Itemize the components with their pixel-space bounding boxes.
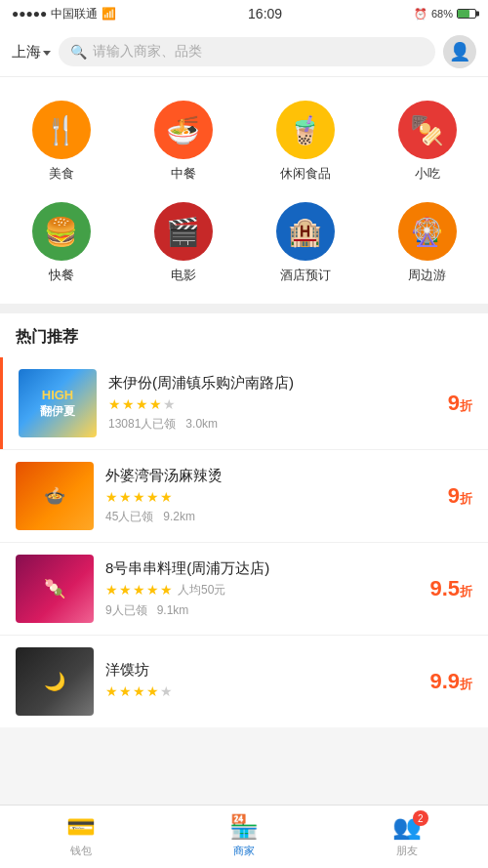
restaurant-thumb-1: HIGH 翻伊夏 [19,369,97,437]
avatar[interactable]: 👤 [443,35,476,68]
nav-merchant-label: 商家 [233,844,255,858]
stars-4: ★ ★ ★ ★ ★ [105,683,422,699]
restaurant-meta-2: 45人已领 9.2km [105,509,440,525]
search-bar[interactable]: 🔍 请输入商家、品类 [59,37,435,66]
nav-friends-label: 朋友 [396,844,418,858]
restaurant-icon-2: 🍲 [44,485,65,507]
restaurant-list: HIGH 翻伊夏 来伊份(周浦镇乐购沪南路店) ★ ★ ★ ★ ★ 13081人… [0,357,488,727]
alarm-icon: ⏰ [414,8,427,21]
zhoubiaoyou-icon: 🎡 [410,216,444,248]
discount-badge-3: 9.5折 [429,576,472,601]
jiudian-icon-circle: 🏨 [276,202,335,261]
star: ★ [146,582,159,599]
merchant-icon: 🏪 [229,813,259,841]
thumb-img-3: 🍡 [16,555,94,623]
dianying-icon: 🎬 [166,216,200,248]
kuaican-icon-circle: 🍔 [32,202,91,261]
bottom-nav: 💳 钱包 🏪 商家 👥 2 朋友 [0,805,488,868]
category-xiuxian[interactable]: 🧋 休闲食品 [244,93,366,194]
zhoubiaoyou-label: 周边游 [408,267,446,284]
restaurant-name-2: 外婆湾骨汤麻辣烫 [105,467,440,485]
restaurant-icon-3: 🍡 [44,578,65,599]
jiudian-icon: 🏨 [288,216,322,248]
thumb-img-1: HIGH 翻伊夏 [19,369,97,437]
star-empty: ★ [160,683,173,699]
zhongcan-label: 中餐 [171,165,196,183]
star: ★ [105,582,118,599]
category-jiudian[interactable]: 🏨 酒店预订 [244,194,366,296]
header: 上海 🔍 请输入商家、品类 👤 [0,27,488,77]
star: ★ [146,489,159,505]
dianying-label: 电影 [171,267,196,284]
star: ★ [149,396,162,412]
stars-3: ★ ★ ★ ★ ★ 人均50元 [105,582,422,599]
discount-badge-1: 9折 [448,391,472,416]
zhoubiaoyou-icon-circle: 🎡 [398,202,457,261]
star: ★ [119,683,132,699]
restaurant-thumb-3: 🍡 [16,555,94,623]
nav-friends[interactable]: 👥 2 朋友 [325,806,488,868]
category-xiaochi[interactable]: 🍢 小吃 [366,93,488,194]
restaurant-thumb-2: 🍲 [16,462,94,530]
nav-wallet-label: 钱包 [70,844,92,858]
category-kuaican[interactable]: 🍔 快餐 [0,194,122,296]
zhongcan-icon: 🍜 [166,114,200,146]
restaurant-name-3: 8号串串料理(周浦万达店) [105,559,422,578]
person-icon: 👤 [449,41,470,62]
discount-badge-2: 9折 [448,483,472,509]
restaurant-thumb-4: 🌙 [16,647,94,716]
restaurant-icon-4: 🌙 [44,671,65,692]
restaurant-item[interactable]: 🍡 8号串串料理(周浦万达店) ★ ★ ★ ★ ★ 人均50元 9人已领 9.1… [0,542,488,635]
wallet-icon: 💳 [66,813,96,841]
location-label: 上海 [12,43,41,62]
star: ★ [133,683,145,699]
discount-unit-4: 折 [460,677,472,691]
friends-badge: 2 [413,810,428,826]
xiaochi-icon: 🍢 [410,114,444,146]
category-meishi[interactable]: 🍴 美食 [0,93,122,194]
kuaican-icon: 🍔 [44,216,78,248]
location-button[interactable]: 上海 [12,43,51,62]
category-dianying[interactable]: 🎬 电影 [122,194,244,296]
star: ★ [119,582,132,599]
jiudian-label: 酒店预订 [280,267,331,284]
hot-section-title: 热门推荐 [0,313,488,357]
star: ★ [160,489,173,505]
status-bar: ●●●●● 中国联通 📶 16:09 ⏰ 68% [0,0,488,27]
star: ★ [133,489,145,505]
restaurant-item[interactable]: 🍲 外婆湾骨汤麻辣烫 ★ ★ ★ ★ ★ 45人已领 9.2km 9折 [0,449,488,542]
restaurant-item[interactable]: 🌙 洋馍坊 ★ ★ ★ ★ ★ 9.9折 [0,635,488,727]
category-zhoubiaoyou[interactable]: 🎡 周边游 [366,194,488,296]
restaurant-info-4: 洋馍坊 ★ ★ ★ ★ ★ [105,661,422,703]
star-empty: ★ [163,396,176,412]
section-divider [0,304,488,313]
restaurant-name-4: 洋馍坊 [105,661,422,680]
nav-merchant[interactable]: 🏪 商家 [163,806,326,868]
stars-2: ★ ★ ★ ★ ★ [105,489,440,505]
star: ★ [160,582,173,599]
restaurant-name-1: 来伊份(周浦镇乐购沪南路店) [108,374,440,393]
restaurant-info-2: 外婆湾骨汤麻辣烫 ★ ★ ★ ★ ★ 45人已领 9.2km [105,467,440,525]
star: ★ [105,683,118,699]
restaurant-item[interactable]: HIGH 翻伊夏 来伊份(周浦镇乐购沪南路店) ★ ★ ★ ★ ★ 13081人… [0,357,488,449]
chevron-down-icon [43,51,51,56]
status-right: ⏰ 68% [414,8,476,21]
thumb-img-2: 🍲 [16,462,94,530]
category-zhongcan[interactable]: 🍜 中餐 [122,93,244,194]
status-left: ●●●●● 中国联通 📶 [12,6,116,22]
discount-unit-2: 折 [460,491,472,506]
restaurant-info-3: 8号串串料理(周浦万达店) ★ ★ ★ ★ ★ 人均50元 9人已领 9.1km [105,559,422,619]
restaurant-meta-3: 9人已领 9.1km [105,602,422,619]
star: ★ [146,683,159,699]
signal-dots: ●●●●● [12,7,47,21]
stars-1: ★ ★ ★ ★ ★ [108,396,440,412]
restaurant-meta-1: 13081人已领 3.0km [108,416,440,433]
dianying-icon-circle: 🎬 [154,202,213,261]
discount-unit-3: 折 [460,584,472,599]
xiuxian-label: 休闲食品 [280,165,331,183]
per-person-3: 人均50元 [178,582,225,599]
kuaican-label: 快餐 [49,267,74,284]
battery-fill [458,10,469,18]
discount-badge-4: 9.9折 [429,669,472,694]
nav-wallet[interactable]: 💳 钱包 [0,806,163,868]
